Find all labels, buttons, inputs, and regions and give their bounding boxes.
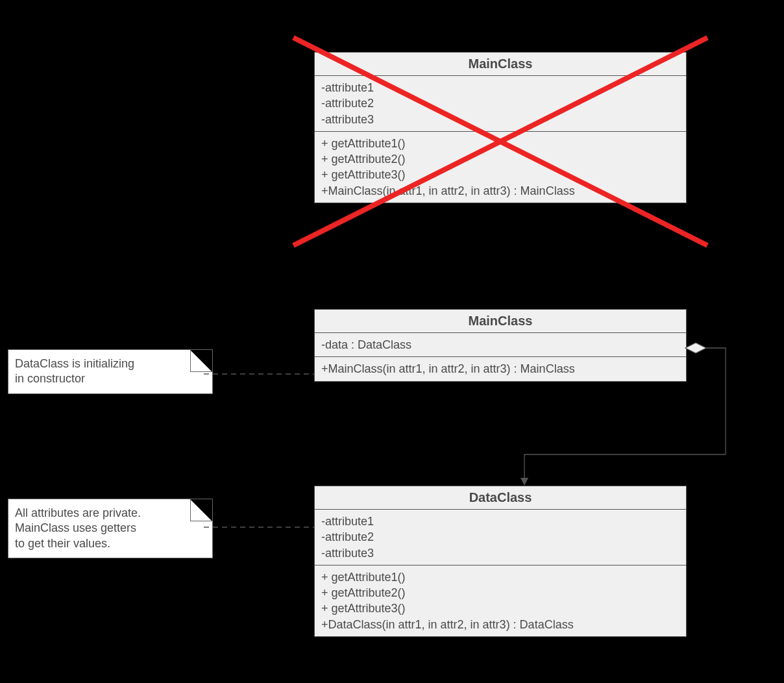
uml-class-dataclass: DataClass -attribute1 -attribute2 -attri… xyxy=(314,486,687,637)
class-attributes: -data : DataClass xyxy=(315,333,686,357)
uml-class-mainclass-bad: MainClass -attribute1 -attribute2 -attri… xyxy=(314,52,687,203)
note-fold-icon xyxy=(190,350,212,372)
class-operations: +MainClass(in attr1, in attr2, in attr3)… xyxy=(315,357,686,380)
note-text: All attributes are private. MainClass us… xyxy=(15,506,141,550)
uml-note-constructor: DataClass is initializing in constructor xyxy=(8,349,213,394)
note-text: DataClass is initializing in constructor xyxy=(15,357,134,385)
note-fold-icon xyxy=(190,499,212,521)
class-title: DataClass xyxy=(315,486,686,510)
class-title: MainClass xyxy=(315,310,686,333)
class-attributes: -attribute1 -attribute2 -attribute3 xyxy=(315,510,686,565)
class-attributes: -attribute1 -attribute2 -attribute3 xyxy=(315,76,686,132)
uml-class-mainclass: MainClass -data : DataClass +MainClass(i… xyxy=(314,309,687,382)
diagram-canvas: MainClass -attribute1 -attribute2 -attri… xyxy=(0,0,784,683)
class-title: MainClass xyxy=(315,53,686,76)
svg-marker-2 xyxy=(685,343,706,353)
class-operations: + getAttribute1() + getAttribute2() + ge… xyxy=(315,132,686,203)
class-operations: + getAttribute1() + getAttribute2() + ge… xyxy=(315,565,686,636)
svg-marker-3 xyxy=(521,478,528,486)
uml-note-getters: All attributes are private. MainClass us… xyxy=(8,499,213,558)
